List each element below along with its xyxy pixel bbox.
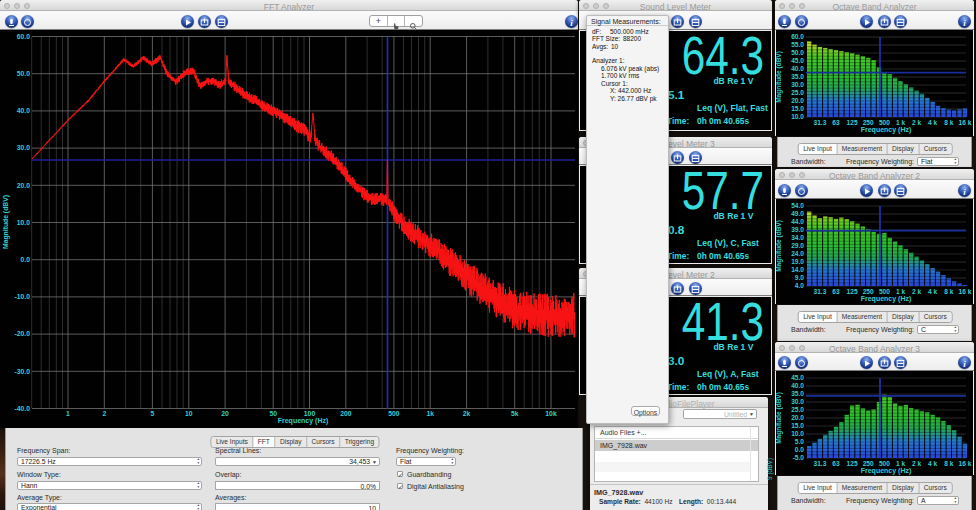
svg-text:31.3: 31.3	[813, 119, 826, 126]
svg-text:20: 20	[221, 410, 229, 417]
svg-text:29.0: 29.0	[791, 242, 804, 249]
svg-text:250: 250	[863, 119, 874, 126]
svg-text:1 k: 1 k	[896, 119, 905, 126]
svg-text:40.0: 40.0	[17, 107, 30, 114]
svg-text:60.0: 60.0	[17, 33, 30, 40]
svg-text:250: 250	[863, 288, 874, 295]
svg-text:10.0: 10.0	[791, 430, 804, 437]
svg-text:5k: 5k	[511, 410, 519, 417]
svg-text:2 k: 2 k	[912, 288, 921, 295]
svg-text:200: 200	[340, 410, 352, 417]
svg-text:2 k: 2 k	[912, 460, 921, 467]
svg-text:4 k: 4 k	[928, 288, 937, 295]
svg-text:44.0: 44.0	[791, 218, 804, 225]
svg-text:4.0: 4.0	[795, 282, 804, 289]
svg-text:4 k: 4 k	[928, 460, 937, 467]
svg-text:50: 50	[269, 410, 277, 417]
svg-text:63: 63	[832, 460, 840, 467]
svg-text:55.0: 55.0	[791, 41, 804, 48]
svg-text:-10.0: -10.0	[15, 293, 31, 300]
svg-text:63: 63	[832, 119, 840, 126]
svg-text:31.3: 31.3	[813, 460, 826, 467]
svg-text:30.0: 30.0	[791, 398, 804, 405]
svg-text:8 k: 8 k	[944, 119, 953, 126]
svg-text:Magnitude (dBV): Magnitude (dBV)	[775, 220, 783, 272]
svg-text:5: 5	[151, 410, 155, 417]
svg-text:2: 2	[102, 410, 106, 417]
svg-text:39.0: 39.0	[791, 226, 804, 233]
svg-text:Frequency (Hz): Frequency (Hz)	[861, 126, 912, 134]
svg-text:1 k: 1 k	[896, 288, 905, 295]
svg-text:40.0: 40.0	[791, 65, 804, 72]
svg-text:14.0: 14.0	[791, 266, 804, 273]
svg-text:250: 250	[863, 460, 874, 467]
svg-text:Frequency (Hz): Frequency (Hz)	[861, 467, 912, 475]
svg-text:40.0: 40.0	[791, 382, 804, 389]
svg-text:5.0: 5.0	[795, 438, 804, 445]
svg-text:20.0: 20.0	[791, 97, 804, 104]
svg-text:1: 1	[66, 410, 70, 417]
svg-text:125: 125	[847, 119, 858, 126]
svg-text:-5.0: -5.0	[793, 454, 805, 461]
svg-text:24.0: 24.0	[791, 250, 804, 257]
svg-text:35.0: 35.0	[791, 390, 804, 397]
svg-text:500: 500	[879, 460, 890, 467]
svg-text:500: 500	[879, 119, 890, 126]
svg-text:49.0: 49.0	[791, 210, 804, 217]
svg-text:0.0: 0.0	[795, 446, 804, 453]
svg-text:Frequency (Hz): Frequency (Hz)	[278, 417, 329, 425]
svg-text:1k: 1k	[426, 410, 434, 417]
svg-text:-40.0: -40.0	[15, 405, 31, 412]
svg-text:31.3: 31.3	[813, 288, 826, 295]
svg-text:-20.0: -20.0	[15, 330, 31, 337]
svg-text:Magnitude (dBV): Magnitude (dBV)	[775, 392, 783, 444]
svg-text:125: 125	[847, 288, 858, 295]
svg-text:35.0: 35.0	[791, 73, 804, 80]
svg-text:Magnitude (dBV): Magnitude (dBV)	[2, 195, 10, 249]
svg-text:20.0: 20.0	[17, 182, 30, 189]
svg-text:50.0: 50.0	[17, 70, 30, 77]
svg-text:20.0: 20.0	[791, 414, 804, 421]
svg-text:15.0: 15.0	[791, 422, 804, 429]
svg-text:8 k: 8 k	[944, 288, 953, 295]
svg-text:60.0: 60.0	[791, 33, 804, 40]
svg-text:-30.0: -30.0	[15, 368, 31, 375]
svg-text:45.0: 45.0	[791, 57, 804, 64]
svg-text:25.0: 25.0	[791, 406, 804, 413]
svg-text:54.0: 54.0	[791, 202, 804, 209]
svg-text:0.0: 0.0	[21, 256, 31, 263]
svg-text:63: 63	[832, 288, 840, 295]
svg-text:8 k: 8 k	[944, 460, 953, 467]
svg-text:500: 500	[879, 288, 890, 295]
svg-text:16 k: 16 k	[958, 119, 971, 126]
svg-text:16 k: 16 k	[958, 288, 971, 295]
svg-text:10: 10	[185, 410, 193, 417]
svg-text:1 k: 1 k	[896, 460, 905, 467]
svg-text:4 k: 4 k	[928, 119, 937, 126]
svg-text:50.0: 50.0	[791, 49, 804, 56]
svg-text:15.0: 15.0	[791, 105, 804, 112]
svg-text:10k: 10k	[545, 410, 557, 417]
svg-text:45.0: 45.0	[791, 374, 804, 381]
svg-text:9.0: 9.0	[795, 274, 804, 281]
svg-text:500: 500	[388, 410, 400, 417]
svg-text:Magnitude (dBV): Magnitude (dBV)	[775, 51, 783, 103]
svg-text:30.0: 30.0	[17, 144, 30, 151]
svg-text:10.0: 10.0	[791, 113, 804, 120]
svg-text:16 k: 16 k	[958, 460, 971, 467]
svg-text:2k: 2k	[463, 410, 471, 417]
svg-text:Frequency (Hz): Frequency (Hz)	[861, 295, 912, 303]
svg-text:25.0: 25.0	[791, 89, 804, 96]
svg-text:34.0: 34.0	[791, 234, 804, 241]
svg-text:10.0: 10.0	[17, 219, 30, 226]
svg-text:125: 125	[847, 460, 858, 467]
svg-text:30.0: 30.0	[791, 81, 804, 88]
svg-text:100: 100	[304, 410, 316, 417]
svg-text:2 k: 2 k	[912, 119, 921, 126]
svg-text:19.0: 19.0	[791, 258, 804, 265]
